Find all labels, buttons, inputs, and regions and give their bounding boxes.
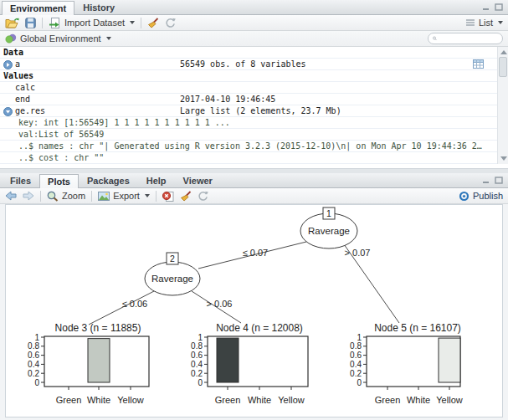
tab-files[interactable]: Files <box>2 173 39 187</box>
section-label: Values <box>3 70 33 82</box>
scroll-down-icon[interactable] <box>500 156 507 161</box>
y-tick-label: 0 <box>357 378 362 387</box>
save-icon <box>25 18 36 28</box>
terminal-node-title: Node 4 (n = 12008) <box>216 322 303 334</box>
maximize-icon[interactable] <box>495 3 503 11</box>
expand-icon[interactable] <box>3 60 13 69</box>
y-tick-label: 0.8 <box>28 341 39 351</box>
scrollbar-thumb[interactable] <box>499 57 507 77</box>
detail-text: ..$ cost : chr "" <box>18 152 104 164</box>
tree-edge-label: ≤ 0.06 <box>122 299 148 309</box>
broom-icon <box>147 18 159 28</box>
split-variable: Raverage <box>308 226 350 236</box>
node-id: 1 <box>326 208 331 218</box>
tree-edge-label: > 0.07 <box>345 248 371 258</box>
remove-plot-button[interactable] <box>162 191 174 202</box>
environment-tabbar: Environment History <box>0 0 508 15</box>
window-buttons <box>482 3 503 11</box>
tab-viewer[interactable]: Viewer <box>175 173 221 187</box>
terminal-node-chart: Node 4 (n = 12008)00.20.40.60.81GreenWhi… <box>191 322 308 405</box>
tab-help[interactable]: Help <box>138 173 175 187</box>
environment-toolbar: Import Dataset Lis <box>0 15 508 31</box>
view-data-icon[interactable] <box>473 59 484 69</box>
plots-toolbar: Zoom Export <box>0 188 508 204</box>
object-name: a <box>15 59 20 70</box>
refresh-icon <box>198 191 208 202</box>
node-id: 2 <box>170 254 175 264</box>
detail-text: val:List of 56549 <box>18 129 104 141</box>
detail-text: ..$ names : chr "| Generated using R ver… <box>18 141 482 152</box>
y-tick-label: 0.8 <box>350 341 362 351</box>
tree-svg: ≤ 0.07> 0.07≤ 0.06> 0.061Raverage2Ravera… <box>6 205 502 417</box>
forward-arrow-icon <box>23 191 34 201</box>
object-value: 56549 obs. of 8 variables <box>180 59 306 70</box>
y-tick-label: 0.6 <box>350 351 362 360</box>
refresh-plot-button[interactable] <box>198 191 208 202</box>
terminal-node-title: Node 3 (n = 11885) <box>55 322 141 334</box>
category-label: White <box>407 395 430 405</box>
category-label: Green <box>375 395 401 405</box>
toolbar-separator <box>141 18 141 28</box>
detail-text: key: int [1:56549] 1 1 1 1 1 1 1 1 1 1 .… <box>18 117 230 129</box>
minimize-icon[interactable] <box>482 177 490 184</box>
env-object-row[interactable]: a56549 obs. of 8 variables <box>0 59 497 70</box>
import-dataset-button[interactable]: Import Dataset <box>49 18 135 28</box>
env-object-row[interactable]: ge.resLarge list (2 elements, 23.7 Mb) <box>0 105 497 117</box>
back-arrow-icon <box>5 191 17 201</box>
toolbar-separator <box>91 191 92 202</box>
environment-scrollbar[interactable] <box>497 47 508 164</box>
object-name: ge.res <box>15 105 45 117</box>
category-label: White <box>87 395 110 405</box>
environment-pane: Environment History <box>0 0 508 168</box>
maximize-icon[interactable] <box>495 177 503 184</box>
collapse-icon[interactable] <box>3 107 13 116</box>
open-workspace-button[interactable] <box>5 18 19 28</box>
export-plot-button[interactable]: Export <box>98 191 150 201</box>
search-input[interactable] <box>439 34 498 44</box>
list-label: List <box>479 18 493 28</box>
category-label: Green <box>56 395 82 405</box>
env-object-detail-row: ..$ names : chr "| Generated using R ver… <box>0 141 497 152</box>
tab-packages[interactable]: Packages <box>79 173 138 187</box>
search-icon <box>433 34 437 43</box>
clear-plots-button[interactable] <box>180 191 192 202</box>
refresh-icon <box>165 18 176 28</box>
zoom-plot-button[interactable]: Zoom <box>47 191 85 202</box>
publish-icon <box>459 191 470 202</box>
next-plot-button[interactable] <box>23 191 34 201</box>
chevron-down-icon <box>498 21 503 24</box>
bar <box>439 338 460 382</box>
window-buttons <box>482 177 503 184</box>
environment-scope-bar: Global Environment <box>0 31 508 47</box>
scroll-up-icon[interactable] <box>500 50 507 54</box>
previous-plot-button[interactable] <box>5 191 17 201</box>
object-value: Large list (2 elements, 23.7 Mb) <box>180 105 341 117</box>
category-label: Yellow <box>117 395 143 405</box>
chevron-down-icon <box>106 37 111 40</box>
tab-environment[interactable]: Environment <box>2 1 74 15</box>
category-label: Yellow <box>278 395 304 405</box>
tab-history[interactable]: History <box>74 0 123 14</box>
env-object-row: end2017-04-10 19:46:45 <box>0 94 497 105</box>
y-tick-label: 0.8 <box>191 341 203 351</box>
tab-plots[interactable]: Plots <box>39 174 79 188</box>
tab-label: History <box>83 3 115 13</box>
refresh-button[interactable] <box>165 18 176 28</box>
category-label: Green <box>215 395 241 405</box>
env-section-header: Values <box>0 70 497 82</box>
chevron-down-icon <box>145 194 150 197</box>
publish-label: Publish <box>473 191 503 201</box>
y-tick-label: 0.4 <box>191 360 203 369</box>
import-dataset-label: Import Dataset <box>64 18 125 28</box>
y-tick-label: 0.2 <box>28 369 39 378</box>
environment-scope-selector[interactable]: Global Environment <box>5 33 111 44</box>
publish-button[interactable]: Publish <box>459 191 503 202</box>
tree-edge-label: > 0.06 <box>207 299 233 309</box>
env-section-header: Data <box>0 47 497 59</box>
minimize-icon[interactable] <box>482 3 490 11</box>
clear-objects-button[interactable] <box>147 18 159 28</box>
split-variable: Raverage <box>151 274 193 284</box>
save-workspace-button[interactable] <box>25 18 36 28</box>
tab-label: Environment <box>10 3 66 13</box>
list-view-button[interactable]: List <box>465 18 503 28</box>
